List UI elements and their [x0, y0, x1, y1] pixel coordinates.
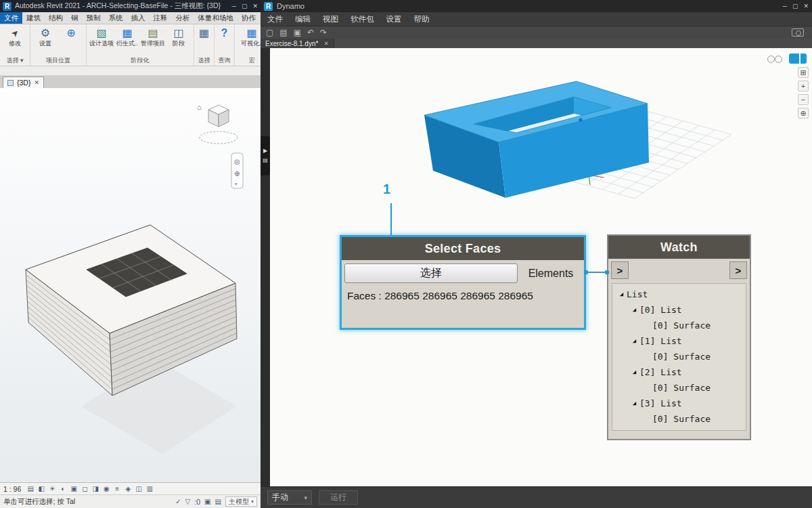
analytical-model-icon[interactable]: ◈ [123, 484, 133, 494]
watch-output-port[interactable]: > [729, 261, 747, 279]
undo-icon[interactable]: ↶ [307, 28, 314, 37]
select-grid-button[interactable]: ▦ [197, 26, 211, 40]
show-crop-icon[interactable]: ◻ [80, 484, 89, 494]
menu-item[interactable]: 设置 [386, 14, 402, 24]
design-options-button[interactable]: ▧ 设计选项 [89, 26, 114, 47]
editable-only-checkbox[interactable]: ✓ [175, 498, 181, 505]
minimize-button[interactable]: ─ [232, 3, 236, 9]
annotation-1[interactable]: 1 [383, 182, 390, 197]
watch-tree-row[interactable]: ◢ [1] List [612, 333, 746, 349]
sun-path-icon[interactable]: ☀ [47, 484, 57, 494]
filter-icon[interactable]: ▽ [185, 498, 191, 505]
select-button[interactable]: 选择 [344, 263, 518, 283]
ribbon-tab[interactable]: 钢 [67, 12, 83, 24]
watch-tree-row[interactable]: ◢ List [612, 287, 746, 302]
ribbon-tab[interactable]: 建筑 [22, 12, 45, 24]
panel-label-select[interactable]: 选择 ▾ [0, 56, 30, 65]
pan-icon[interactable]: ⊕ [798, 108, 809, 119]
library-expand-button[interactable]: ▶ ▤ [261, 136, 270, 175]
zoom-in-icon[interactable]: + [798, 81, 809, 91]
expand-icon[interactable]: ◢ [629, 364, 639, 380]
worksharing-icon[interactable]: ▥ [145, 484, 154, 494]
run-mode-dropdown[interactable]: 手动 ▾ [267, 490, 312, 505]
watch-tree-row[interactable]: [0] Surface [612, 349, 746, 364]
generative-design-button[interactable]: ▦ 衍生式.. [115, 26, 139, 47]
expand-icon[interactable]: ◢ [629, 333, 639, 349]
inquiry-button[interactable]: ? [217, 26, 231, 40]
menu-item[interactable]: 帮助 [414, 14, 430, 24]
elements-output-port[interactable]: Elements [518, 268, 584, 280]
watch-node-header[interactable]: Watch [608, 236, 750, 259]
menu-item[interactable]: 文件 [267, 14, 283, 24]
expand-icon[interactable]: ◢ [629, 302, 639, 318]
menu-item[interactable]: 软件包 [351, 14, 374, 24]
settings-button[interactable]: ⚙ 设置 [33, 26, 58, 47]
reveal-hidden-icon[interactable]: ◉ [102, 484, 111, 494]
select-faces-node-header[interactable]: Select Faces [342, 237, 584, 260]
select-faces-node[interactable]: Select Faces 选择 Elements Faces : 286965 … [340, 235, 586, 330]
constraints-icon[interactable]: ◫ [134, 484, 143, 494]
crop-view-icon[interactable]: ▣ [69, 484, 78, 494]
nav-more-icon[interactable]: ▾ [235, 182, 238, 186]
ribbon-tab[interactable]: 体量和场地 [194, 12, 238, 24]
viewcube[interactable]: ⌂ [197, 103, 238, 144]
redo-icon[interactable]: ↷ [320, 28, 327, 37]
watch-input-port[interactable]: > [611, 261, 629, 279]
manage-project-button[interactable]: ▤ 管理项目 [141, 26, 165, 47]
ribbon-tab[interactable]: 系统 [105, 12, 127, 24]
zoom-tool-icon[interactable]: ⊕ [234, 170, 240, 177]
expand-icon[interactable]: ◢ [629, 396, 639, 411]
save-icon[interactable]: ▣ [294, 28, 301, 37]
maximize-button[interactable]: ▢ [242, 3, 248, 9]
temporary-view-icon[interactable]: ≡ [112, 484, 122, 494]
zoom-fit-icon[interactable]: ⊞ [798, 67, 809, 78]
ribbon-tab[interactable]: 插入 [127, 12, 150, 24]
ribbon-tab[interactable]: 结构 [45, 12, 67, 24]
workspace-tab-close-icon[interactable]: ✕ [323, 40, 328, 47]
selection-handle[interactable] [579, 118, 582, 121]
watch-tree-row[interactable]: ◢ [0] List [612, 302, 746, 318]
blue-mass-geometry[interactable] [424, 81, 649, 198]
shadows-icon[interactable]: ◐ [58, 484, 68, 494]
viewcube-home-icon[interactable]: ⌂ [197, 103, 202, 111]
maximize-button[interactable]: ▢ [792, 3, 798, 9]
run-button[interactable]: 运行 [319, 490, 358, 505]
phases-button[interactable]: ◫ 阶段 [166, 26, 191, 47]
detail-level-icon[interactable]: ▤ [26, 484, 35, 494]
watch-tree-row[interactable]: ◢ [2] List [612, 364, 746, 380]
location-button[interactable]: ⊕ [59, 26, 83, 40]
scale-control[interactable]: 1 : 96 [3, 485, 21, 493]
press-drag-icon[interactable]: ▤ [215, 498, 221, 505]
view-tab-3d[interactable]: {3D} ✕ [3, 77, 44, 88]
panel-label-phasing[interactable]: 阶段化 [87, 56, 194, 65]
menu-item[interactable]: 编辑 [295, 14, 311, 24]
watch-tree-row[interactable]: ◢ [3] List [612, 396, 746, 411]
visual-style-icon[interactable]: ◧ [37, 484, 46, 494]
camera-export-icon[interactable] [792, 28, 804, 37]
watch-tree-row[interactable]: [0] Surface [612, 318, 746, 333]
ribbon-tab[interactable]: 分析 [172, 12, 194, 24]
close-button[interactable]: ✕ [803, 3, 809, 9]
expand-icon[interactable]: ◢ [616, 287, 627, 302]
watch-node[interactable]: Watch > > ◢ List ◢ [0] List [0] Surface [607, 234, 751, 440]
exclude-options-icon[interactable]: ▣ [204, 498, 210, 505]
ribbon-tab[interactable]: 文件 [0, 12, 22, 24]
close-button[interactable]: ✕ [252, 3, 258, 9]
view-tab-close-icon[interactable]: ✕ [34, 79, 39, 86]
panel-label-inquiry[interactable]: 查询 [215, 56, 234, 65]
workspace-tab[interactable]: Exercise-8.1.dyn* ✕ [261, 39, 334, 48]
panel-label-selection[interactable]: 选择 [194, 56, 214, 65]
watch-tree-row[interactable]: [0] Surface [612, 380, 746, 396]
design-option-dropdown[interactable]: 主模型 ▾ [225, 496, 257, 507]
zoom-out-icon[interactable]: − [798, 94, 809, 105]
new-file-icon[interactable]: ▢ [266, 28, 273, 37]
panel-label-project-location[interactable]: 项目位置 [30, 56, 86, 65]
steering-wheel-icon[interactable]: ◎ [234, 158, 240, 165]
dynamo-canvas[interactable]: ▶ ▤ 1 Select Faces 选择 Elements Faces : 2… [261, 48, 812, 486]
watch-tree-row[interactable]: [0] Surface [612, 411, 746, 427]
temporary-hide-icon[interactable]: ◨ [91, 484, 100, 494]
modify-button[interactable]: ➤ 修改 [3, 26, 27, 47]
navigation-bar[interactable]: ◎ ⊕ ▾ [231, 153, 243, 188]
preview-glasses-icon[interactable] [766, 54, 784, 64]
ribbon-tab[interactable]: 协作 [238, 12, 260, 24]
